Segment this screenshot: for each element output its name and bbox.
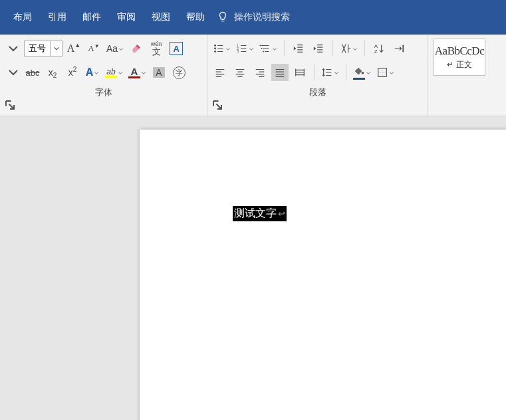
shrink-font-button[interactable]: A ▼ (85, 40, 102, 57)
text-effects-label: A (86, 67, 94, 78)
sup-2: 2 (73, 66, 77, 73)
menu-view[interactable]: 视图 (144, 0, 178, 35)
align-right-button[interactable] (251, 64, 269, 81)
character-border-button[interactable]: A (168, 40, 185, 57)
strike-label: abc (26, 68, 40, 78)
char-border-label: A (170, 42, 183, 55)
lightbulb-icon (217, 11, 229, 25)
borders-button[interactable] (375, 64, 396, 81)
grow-font-button[interactable]: A ▲ (65, 40, 82, 57)
char-shading-label: A (153, 67, 164, 78)
paragraph-mark-icon: ↩ (278, 209, 285, 219)
font-color-label: A (131, 66, 138, 76)
group-paragraph: 123 (207, 35, 428, 116)
font-size-combo[interactable]: 五号 (24, 41, 63, 56)
enclose-label: 字 (173, 66, 186, 79)
menu-layout[interactable]: 布局 (5, 0, 40, 35)
selected-text-content: 测试文字 (234, 207, 277, 221)
group-styles: AaBbCcDc ↵ 正文 (428, 35, 491, 116)
distributed-button[interactable] (291, 64, 309, 81)
svg-point-6 (259, 45, 261, 47)
document-page[interactable]: 测试文字↩ (140, 130, 506, 420)
character-shading-button[interactable]: A (150, 64, 168, 81)
selected-text[interactable]: 测试文字↩ (233, 206, 287, 221)
font-dialog-launcher[interactable] (1, 98, 19, 112)
shrink-font-label: A (88, 43, 94, 54)
svg-text:3: 3 (237, 49, 239, 53)
justify-button[interactable] (271, 64, 289, 81)
highlight-label: ab (106, 68, 115, 76)
svg-point-0 (214, 45, 216, 47)
tell-me[interactable]: 操作说明搜索 (217, 11, 290, 25)
svg-point-8 (263, 51, 264, 52)
font-group-label: 字体 (4, 84, 203, 102)
menu-help[interactable]: 帮助 (178, 0, 213, 35)
group-font: 五号 A ▲ A ▼ Aa (0, 35, 207, 116)
align-center-button[interactable] (231, 64, 249, 81)
bullets-button[interactable] (211, 40, 232, 57)
menubar: 布局 引用 邮件 审阅 视图 帮助 操作说明搜索 (0, 0, 506, 35)
phonetic-bottom: 文 (152, 47, 161, 56)
highlight-button[interactable]: ab (104, 64, 124, 81)
sort-button[interactable]: AZ (370, 40, 388, 57)
svg-point-1 (214, 48, 216, 50)
show-marks-button[interactable] (390, 40, 408, 57)
asian-layout-button[interactable] (338, 40, 359, 57)
tell-me-text: 操作说明搜索 (234, 11, 290, 23)
change-case-label: Aa (106, 43, 118, 54)
shading-button[interactable] (352, 64, 372, 81)
change-case-button[interactable]: Aa (105, 40, 125, 57)
sup-x: x (68, 67, 73, 78)
sub-2: 2 (53, 72, 57, 79)
svg-text:Z: Z (374, 49, 378, 54)
clear-formatting-button[interactable] (128, 40, 145, 57)
sub-x: x (49, 67, 53, 78)
menu-references[interactable]: 引用 (40, 0, 74, 35)
superscript-button[interactable]: x2 (64, 64, 81, 81)
underline-dropdown-partial[interactable] (4, 64, 21, 81)
ribbon: 五号 A ▲ A ▼ Aa (0, 35, 506, 116)
svg-point-11 (362, 72, 364, 74)
increase-indent-button[interactable] (310, 40, 327, 57)
paragraph-dialog-launcher[interactable] (209, 98, 226, 112)
font-color-button[interactable]: A (127, 64, 148, 81)
text-effects-button[interactable]: A (84, 64, 101, 81)
svg-point-7 (261, 48, 263, 49)
svg-point-2 (214, 51, 216, 52)
style-name: ↵ 正文 (447, 59, 471, 70)
chevron-down-icon[interactable] (50, 41, 62, 56)
paragraph-group-label: 段落 (211, 84, 424, 102)
menu-review[interactable]: 审阅 (109, 0, 144, 35)
multilevel-list-button[interactable] (258, 40, 279, 57)
style-preview: AaBbCcDc (435, 45, 484, 58)
grow-font-label: A (67, 43, 75, 54)
numbering-button[interactable]: 123 (235, 40, 255, 57)
align-left-button[interactable] (211, 64, 229, 81)
style-normal[interactable]: AaBbCcDc ↵ 正文 (434, 39, 485, 76)
menu-mailings[interactable]: 邮件 (74, 0, 109, 35)
decrease-indent-button[interactable] (290, 40, 307, 57)
strikethrough-button[interactable]: abc (24, 64, 41, 81)
phonetic-guide-button[interactable]: wén 文 (148, 40, 165, 57)
subscript-button[interactable]: x2 (44, 64, 61, 81)
font-size-value: 五号 (25, 43, 50, 54)
font-name-dropdown-partial[interactable] (4, 40, 21, 57)
line-spacing-button[interactable] (320, 64, 340, 81)
workspace: 测试文字↩ (0, 116, 506, 420)
enclose-characters-button[interactable]: 字 (170, 64, 188, 81)
